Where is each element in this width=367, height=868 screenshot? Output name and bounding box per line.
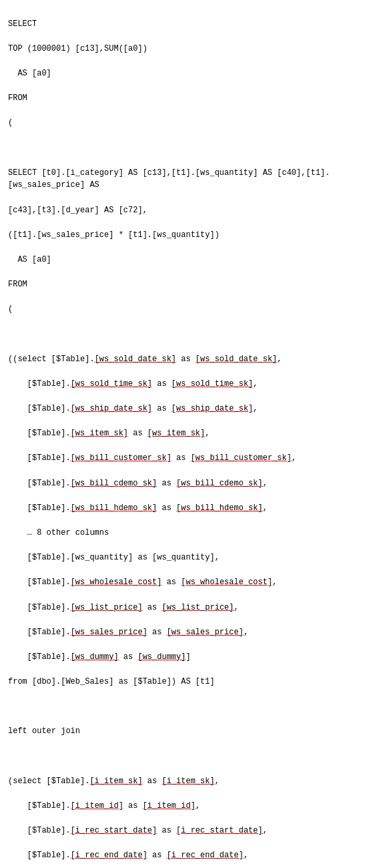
line-ws-list-price: [$Table].[ws_list_price] as [ws_list_pri… [8, 603, 239, 612]
line-ws-other-cols: … 8 other columns [8, 528, 109, 537]
line-ws-wholesale: [$Table].[ws_wholesale_cost] as [ws_whol… [8, 578, 277, 587]
line-ws-dummy: [$Table].[ws_dummy] as [ws_dummy]] [8, 652, 191, 662]
line-ws-sold-time: [$Table].[ws_sold_time_sk] as [ws_sold_t… [8, 379, 258, 389]
line-select: SELECT [8, 19, 37, 29]
line-left-join1: left outer join [8, 726, 80, 736]
line-i-item-id: [$Table].[i_item_id] as [i_item_id], [8, 801, 200, 811]
line-from2: FROM [8, 280, 27, 289]
line-from-web-sales: from [dbo].[Web_Sales] as [$Table]) AS [… [8, 677, 215, 686]
line-paren1: ( [8, 118, 13, 128]
line-as-a0: AS [a0] [8, 69, 51, 78]
line-ws-sold-date: ((select [$Table].[ws_sold_date_sk] as [… [8, 355, 282, 364]
line-select2: SELECT [t0].[i_category] AS [c13],[t1].[… [8, 168, 330, 190]
line-ws-bill-cust: [$Table].[ws_bill_customer_sk] as [ws_bi… [8, 453, 296, 463]
line-paren2: ( [8, 304, 13, 314]
line-calc: ([t1].[ws_sales_price] * [t1].[ws_quanti… [8, 230, 220, 240]
line-i-rec-start: [$Table].[i_rec_start_date] as [i_rec_st… [8, 826, 268, 835]
line-top: TOP (1000001) [c13],SUM([a0]) [8, 44, 147, 53]
line-i-item-sk: (select [$Table].[i_item_sk] as [i_item_… [8, 777, 220, 786]
line-from1: FROM [8, 93, 27, 103]
sql-code-view: SELECT TOP (1000001) [c13],SUM([a0]) AS … [0, 0, 367, 868]
line-ws-quantity: [$Table].[ws_quantity] as [ws_quantity], [8, 553, 220, 562]
line-ws-bill-cdemo: [$Table].[ws_bill_cdemo_sk] as [ws_bill_… [8, 479, 268, 488]
line-ws-item: [$Table].[ws_item_sk] as [ws_item_sk], [8, 429, 210, 438]
line-i-rec-end: [$Table].[i_rec_end_date] as [i_rec_end_… [8, 851, 248, 860]
line-ws-sales-price: [$Table].[ws_sales_price] as [ws_sales_p… [8, 628, 248, 637]
line-cols: [c43],[t3].[d_year] AS [c72], [8, 206, 147, 215]
line-ws-ship-date: [$Table].[ws_ship_date_sk] as [ws_ship_d… [8, 404, 258, 413]
line-ws-bill-hdemo: [$Table].[ws_bill_hdemo_sk] as [ws_bill_… [8, 503, 268, 513]
line-as-a0b: AS [a0] [8, 255, 51, 264]
